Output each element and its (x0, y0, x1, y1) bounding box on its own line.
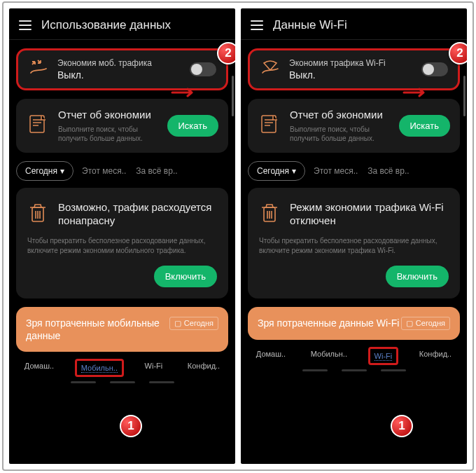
pane-mobile-data: Использование данных Экономия моб. трафи… (9, 8, 235, 464)
pane-wifi-data: Данные Wi-Fi Экономия трафика Wi-Fi Выкл… (241, 8, 467, 464)
wasted-title: Зря потраченные мобильные данные (26, 317, 169, 342)
chevron-down-icon: ▾ (292, 166, 296, 176)
warning-title: Возможно, трафик расходуется понапрасну (58, 200, 217, 228)
document-icon (258, 112, 281, 139)
annotation-badge-1: 1 (120, 415, 142, 437)
wifi-saver-icon (260, 57, 281, 81)
header: Данные Wi-Fi (241, 8, 467, 39)
nav-privacy[interactable]: Конфид.. (415, 347, 456, 361)
header: Использование данных (9, 8, 235, 39)
search-button[interactable]: Искать (167, 115, 219, 137)
calendar-icon: ▢ (406, 319, 413, 328)
toggle-status: Выкл. (57, 69, 181, 81)
bottom-nav: Домаш.. Мобильн.. Wi-Fi Конфид.. (9, 352, 235, 377)
savings-report-card: Отчет об экономии Выполните поиск, чтобы… (248, 99, 460, 153)
toggle-title: Экономия трафика Wi-Fi (289, 58, 413, 68)
bottom-nav: Домаш.. Мобильн.. Wi-Fi Конфид.. (241, 340, 467, 365)
warning-card: Возможно, трафик расходуется понапрасну … (16, 188, 228, 299)
toggle-switch[interactable] (190, 62, 216, 76)
trash-icon (259, 200, 280, 228)
annotation-badge-2: 2 (217, 42, 235, 64)
nav-home[interactable]: Домаш.. (252, 347, 290, 361)
report-title: Отчет об экономии (58, 109, 159, 122)
annotation-badge-2: 2 (449, 42, 467, 64)
time-range-tabs: Сегодня▾ Этот меся.. За всё вр.. (9, 157, 235, 184)
search-button[interactable]: Искать (399, 115, 451, 137)
warning-title: Режим экономии трафика Wi-Fi отключен (290, 200, 449, 228)
nav-home[interactable]: Домаш.. (20, 359, 58, 373)
toggle-switch[interactable] (421, 62, 448, 76)
nav-mobile[interactable]: Мобильн.. (75, 359, 124, 377)
data-saver-toggle-card[interactable]: Экономия моб. трафика Выкл. (16, 48, 228, 90)
hamburger-icon[interactable] (251, 20, 263, 30)
calendar-icon: ▢ (174, 319, 181, 328)
document-icon (26, 112, 50, 139)
chevron-down-icon: ▾ (60, 166, 64, 176)
nav-privacy[interactable]: Конфид.. (183, 359, 224, 373)
time-range-tabs: Сегодня▾ Этот меся.. За всё вр.. (241, 157, 467, 184)
page-title: Использование данных (41, 18, 171, 32)
time-range-all[interactable]: За всё вр.. (366, 162, 410, 180)
scrollbar[interactable] (232, 76, 234, 116)
toggle-title: Экономия моб. трафика (57, 58, 181, 68)
nav-mobile[interactable]: Мобильн.. (307, 347, 351, 361)
enable-button[interactable]: Включить (386, 266, 449, 287)
enable-button[interactable]: Включить (154, 266, 217, 287)
warning-card: Режим экономии трафика Wi-Fi отключен Чт… (248, 188, 460, 299)
time-range-all[interactable]: За всё вр.. (134, 162, 178, 180)
time-range-month[interactable]: Этот меся.. (80, 162, 127, 180)
report-title: Отчет об экономии (290, 109, 391, 122)
wasted-title: Зря потраченные данные Wi-Fi (258, 317, 399, 329)
annotation-arrow-2 (402, 87, 430, 98)
wasted-data-card[interactable]: Зря потраченные данные Wi-Fi ▢Сегодня (248, 307, 460, 340)
report-sub: Выполните поиск, чтобы получить больше д… (58, 125, 159, 143)
warning-sub: Чтобы прекратить бесполезное расходовани… (27, 236, 217, 256)
wasted-today-chip[interactable]: ▢Сегодня (401, 317, 450, 330)
annotation-badge-1: 1 (391, 415, 413, 437)
report-sub: Выполните поиск, чтобы получить больше д… (290, 125, 391, 143)
annotation-arrow-2 (171, 87, 199, 98)
time-range-month[interactable]: Этот меся.. (312, 162, 359, 180)
warning-sub: Чтобы прекратить бесполезное расходовани… (259, 236, 449, 256)
trash-icon (27, 200, 48, 228)
wasted-data-card[interactable]: Зря потраченные мобильные данные ▢Сегодн… (16, 307, 228, 352)
data-saver-icon (28, 57, 49, 81)
toggle-status: Выкл. (289, 69, 413, 81)
nav-wifi[interactable]: Wi-Fi (368, 347, 399, 365)
savings-report-card: Отчет об экономии Выполните поиск, чтобы… (16, 99, 228, 153)
time-range-today-chip[interactable]: Сегодня▾ (248, 161, 305, 181)
nav-wifi[interactable]: Wi-Fi (141, 359, 167, 373)
wasted-today-chip[interactable]: ▢Сегодня (169, 317, 218, 330)
time-range-today-chip[interactable]: Сегодня▾ (16, 161, 74, 181)
scrollbar[interactable] (463, 76, 465, 116)
page-title: Данные Wi-Fi (273, 18, 347, 32)
wifi-saver-toggle-card[interactable]: Экономия трафика Wi-Fi Выкл. (248, 48, 460, 90)
hamburger-icon[interactable] (19, 20, 31, 30)
